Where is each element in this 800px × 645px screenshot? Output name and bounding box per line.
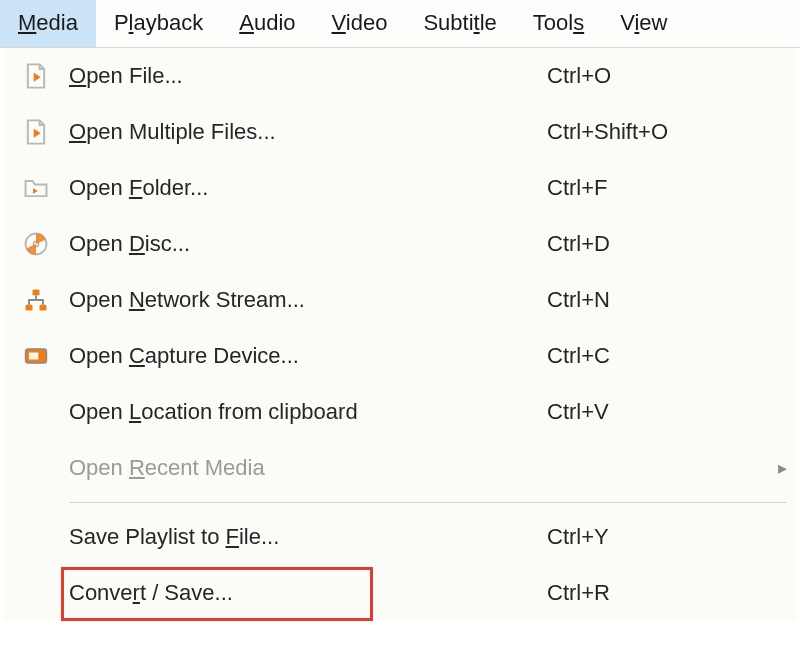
capture-icon [11,342,61,370]
menu-item-open-disc[interactable]: Open Disc...Ctrl+D [3,216,797,272]
folder-icon [11,174,61,202]
menu-item-save-playlist-to-file[interactable]: Save Playlist to File...Ctrl+Y [3,509,797,565]
menu-item-label: Save Playlist to File... [61,524,547,550]
menu-item-open-multiple-files[interactable]: Open Multiple Files...Ctrl+Shift+O [3,104,797,160]
menu-item-shortcut: Ctrl+R [547,580,767,606]
menubar-item-audio[interactable]: Audio [221,0,313,47]
menu-item-shortcut: Ctrl+F [547,175,767,201]
menu-item-label: Open Capture Device... [61,343,547,369]
menu-item-shortcut: Ctrl+Shift+O [547,119,767,145]
menu-item-open-file[interactable]: Open File...Ctrl+O [3,48,797,104]
menu-item-shortcut: Ctrl+V [547,399,767,425]
menubar-item-tools[interactable]: Tools [515,0,602,47]
menu-item-open-capture-device[interactable]: Open Capture Device...Ctrl+C [3,328,797,384]
menubar-item-media[interactable]: Media [0,0,96,47]
menu-item-shortcut: Ctrl+N [547,287,767,313]
disc-icon [11,230,61,258]
menu-separator [69,502,787,503]
menu-item-shortcut: Ctrl+Y [547,524,767,550]
menubar-item-view[interactable]: View [602,0,685,47]
menu-item-label: Open Disc... [61,231,547,257]
menu-item-label: Open Folder... [61,175,547,201]
menu-item-label: Open Recent Media [61,455,547,481]
menu-item-open-folder[interactable]: Open Folder...Ctrl+F [3,160,797,216]
menu-item-open-location-from-clipboard[interactable]: Open Location from clipboardCtrl+V [3,384,797,440]
menu-item-label: Convert / Save... [61,580,547,606]
menubar-item-playback[interactable]: Playback [96,0,221,47]
menubar: MediaPlaybackAudioVideoSubtitleToolsView [0,0,800,48]
menu-item-label: Open Network Stream... [61,287,547,313]
menu-item-shortcut: Ctrl+O [547,63,767,89]
menu-item-label: Open Location from clipboard [61,399,547,425]
network-icon [11,286,61,314]
menu-item-shortcut: Ctrl+D [547,231,767,257]
menubar-item-subtitle[interactable]: Subtitle [405,0,514,47]
menu-item-open-recent-media: Open Recent Media▸ [3,440,797,496]
menu-item-label: Open Multiple Files... [61,119,547,145]
file-play-icon [11,62,61,90]
menubar-item-video[interactable]: Video [314,0,406,47]
menu-item-open-network-stream[interactable]: Open Network Stream...Ctrl+N [3,272,797,328]
media-dropdown-menu: Open File...Ctrl+OOpen Multiple Files...… [3,48,797,621]
menu-item-label: Open File... [61,63,547,89]
file-play-icon [11,118,61,146]
menu-item-shortcut: Ctrl+C [547,343,767,369]
submenu-arrow-icon: ▸ [767,457,787,479]
menu-item-convert-save[interactable]: Convert / Save...Ctrl+R [3,565,797,621]
